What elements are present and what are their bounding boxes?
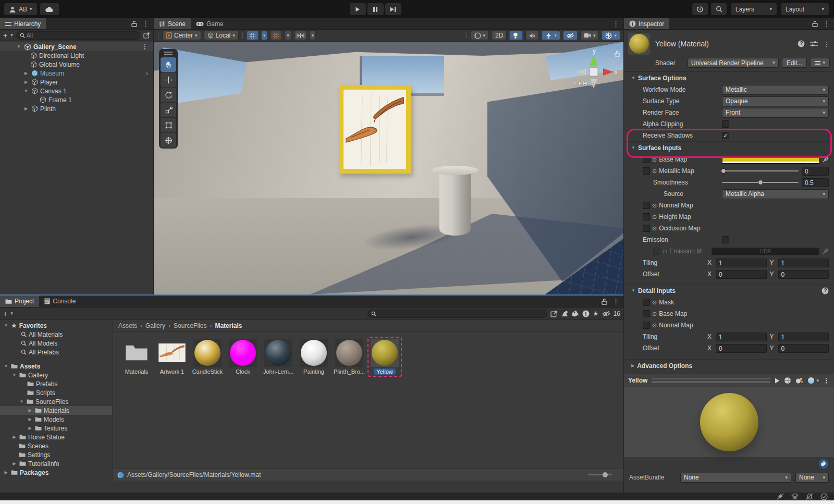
hierarchy-item-canvas-1[interactable]: ▼ Canvas 1 <box>0 87 153 95</box>
transform-tool-button[interactable] <box>161 133 176 147</box>
expand-arrow-icon[interactable]: ▶ <box>3 470 9 475</box>
section-advanced-options[interactable]: ▶ Advanced Options <box>624 359 834 372</box>
base-map-color-swatch[interactable] <box>722 156 819 164</box>
expand-arrow-icon[interactable]: ▶ <box>23 71 29 76</box>
crumb-materials[interactable]: Materials <box>215 322 242 329</box>
collab-layers-icon[interactable] <box>791 493 799 500</box>
expand-arrow-icon[interactable]: ▶ <box>27 408 33 413</box>
mask-texture-slot[interactable] <box>643 299 650 306</box>
add-asset-caret-icon[interactable]: ▾ <box>10 311 13 316</box>
hierarchy-search-input[interactable] <box>27 32 137 39</box>
tab-inspector[interactable]: Inspector <box>624 18 669 29</box>
texture-picker-icon[interactable]: ⊙ <box>652 202 657 209</box>
detail-base-map-texture-slot[interactable] <box>643 310 650 317</box>
smoothness-value-field[interactable]: 0.5 <box>802 178 829 187</box>
section-surface-inputs[interactable]: ▼ Surface Inputs <box>624 141 834 154</box>
tree-models[interactable]: ▶ Models <box>0 415 112 424</box>
metallic-value-field[interactable]: 0 <box>802 167 829 176</box>
persp-toggle[interactable]: ‹ Persp <box>574 79 595 88</box>
texture-picker-icon[interactable]: ⊙ <box>652 299 657 306</box>
shader-dropdown[interactable]: Universal Render Pipeline ▾ <box>688 58 779 68</box>
prefab-open-arrow-icon[interactable]: › <box>146 69 153 77</box>
rect-tool-button[interactable] <box>161 118 176 132</box>
expand-arrow-icon[interactable]: ▼ <box>11 373 17 377</box>
tiling-y-field[interactable]: 1 <box>778 259 829 267</box>
orientation-dropdown[interactable]: Local▾ <box>204 31 239 40</box>
tiling-x-field[interactable]: 1 <box>716 259 767 267</box>
unlock-icon[interactable] <box>812 20 818 27</box>
rotate-tool-button[interactable] <box>161 88 176 102</box>
hierarchy-item-directional-light[interactable]: Directional Light <box>0 51 153 60</box>
help-icon[interactable]: ? <box>821 287 829 294</box>
help-icon[interactable]: ? <box>798 40 805 47</box>
texture-picker-icon[interactable]: ⊙ <box>652 311 657 317</box>
asset-artwork-1[interactable]: Artwork 1 <box>155 337 189 377</box>
workflow-mode-dropdown[interactable]: Metallic▾ <box>722 85 829 95</box>
section-surface-options[interactable]: ▼ Surface Options <box>624 71 834 84</box>
height-map-texture-slot[interactable] <box>643 213 650 220</box>
asset-yellow-selected[interactable]: Yellow <box>367 337 402 377</box>
warnings-icon[interactable] <box>582 310 590 317</box>
tree-scripts[interactable]: Scripts <box>0 388 112 397</box>
offset-x-field[interactable]: 0 <box>716 270 767 279</box>
play-button[interactable] <box>350 3 366 15</box>
move-tool-button[interactable] <box>161 72 176 87</box>
asset-painting[interactable]: Painting <box>297 337 331 377</box>
grid-snapping-button[interactable] <box>247 31 259 40</box>
source-dropdown[interactable]: Metallic Alpha▾ <box>722 189 829 199</box>
receive-shadows-checkbox[interactable]: ✓ <box>722 132 729 139</box>
hierarchy-search[interactable] <box>16 31 140 40</box>
expand-arrow-icon[interactable]: ▶ <box>11 461 17 466</box>
texture-picker-icon[interactable]: ⊙ <box>652 214 657 220</box>
add-object-caret-icon[interactable]: ▾ <box>10 33 13 38</box>
unlock-icon[interactable] <box>131 20 137 27</box>
tree-prefabs[interactable]: Prefabs <box>0 379 112 388</box>
detail-normal-map-texture-slot[interactable] <box>643 322 650 329</box>
tab-hierarchy[interactable]: Hierarchy <box>0 18 46 29</box>
step-button[interactable] <box>385 3 401 15</box>
slider-knob[interactable] <box>758 180 763 185</box>
tree-gallery[interactable]: ▼ Gallery <box>0 371 112 379</box>
asset-john-lem[interactable]: John-Lem... <box>261 337 296 377</box>
eyedropper-icon[interactable] <box>823 156 829 163</box>
material-menu-icon[interactable]: ⋮ <box>823 40 830 48</box>
detail-tiling-x-field[interactable]: 1 <box>716 333 767 341</box>
tree-all-materials[interactable]: All Materials <box>0 330 112 339</box>
pause-button[interactable] <box>367 3 384 15</box>
tree-favorites[interactable]: ▼ ★ Favorites <box>0 321 112 330</box>
assetbundle-dropdown[interactable]: None▾ <box>680 473 791 483</box>
tree-all-prefabs[interactable]: All Prefabs <box>0 348 112 357</box>
expand-arrow-icon[interactable]: ▼ <box>23 89 29 93</box>
slider-handle[interactable] <box>603 472 608 477</box>
offset-y-field[interactable]: 0 <box>778 270 829 279</box>
expand-arrow-icon[interactable]: ▼ <box>19 399 24 404</box>
base-map-texture-slot[interactable] <box>643 156 650 163</box>
expand-arrow-icon[interactable]: ▶ <box>23 106 29 111</box>
label-tag-icon[interactable] <box>572 310 579 317</box>
preview-environment-dropdown[interactable]: ▾ <box>807 377 819 384</box>
effects-disabled-icon[interactable] <box>777 493 784 500</box>
asset-candlestick[interactable]: CandleStick <box>190 337 225 377</box>
preview-area[interactable] <box>624 387 834 457</box>
tab-project[interactable]: Project <box>0 296 39 307</box>
preview-menu-icon[interactable]: ⋮ <box>823 377 830 385</box>
tree-sourcefiles[interactable]: ▼ SourceFiles <box>0 397 112 406</box>
expand-arrow-icon[interactable]: ▶ <box>27 426 33 431</box>
global-search-button[interactable] <box>711 3 727 15</box>
thumbnail-size-slider[interactable] <box>588 474 612 475</box>
hierarchy-item-museum[interactable]: ▶ Museum › <box>0 69 153 78</box>
expand-arrow-icon[interactable]: ▼ <box>3 364 9 368</box>
metallic-map-texture-slot[interactable] <box>643 167 650 175</box>
tree-settings[interactable]: Settings <box>0 450 112 459</box>
tree-tutorialinfo[interactable]: ▶ TutorialInfo <box>0 459 112 468</box>
scene-menu-icon[interactable]: ⋮ <box>141 43 153 51</box>
snap-increment-caret[interactable]: ▾ <box>310 31 316 40</box>
tree-scenes[interactable]: Scenes <box>0 441 112 450</box>
notifications-off-icon[interactable] <box>806 493 813 500</box>
grid-snapping-caret[interactable]: ▾ <box>261 31 268 40</box>
save-search-icon[interactable] <box>550 310 558 317</box>
camera-settings-dropdown[interactable]: ▾ <box>580 31 599 40</box>
orientation-gizmo[interactable]: y x <box>571 46 617 96</box>
smoothness-slider[interactable] <box>722 182 799 183</box>
palette-drag-handle[interactable] <box>164 52 173 55</box>
